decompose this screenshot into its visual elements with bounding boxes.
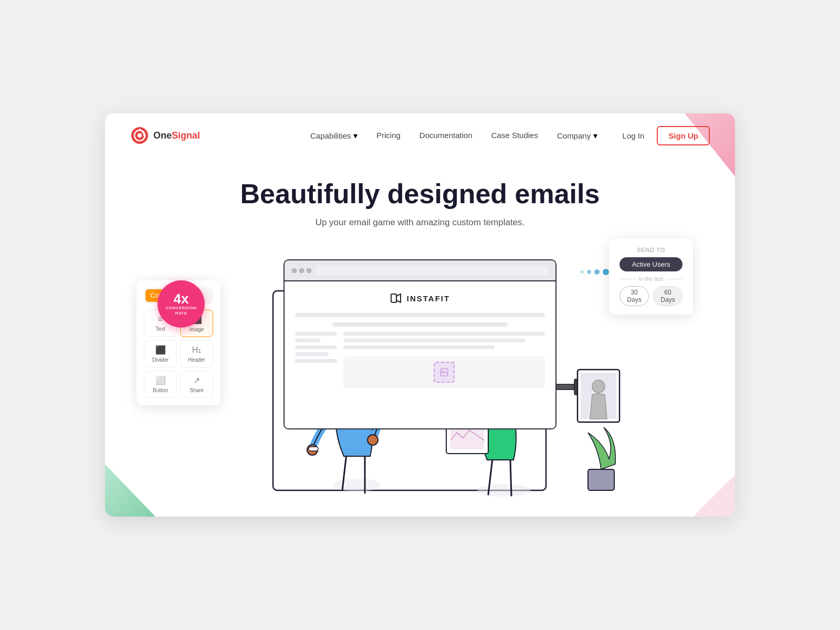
content-line-2 [343,339,525,342]
send-to-label: SEND TO [620,247,682,253]
sidebar-line-2 [295,339,320,342]
browser-dot-1 [292,268,297,273]
active-users-badge: Active Users [620,257,682,271]
nav-links: Capabilities ▾ Pricing Documentation Cas… [310,131,597,141]
svg-rect-12 [309,447,318,451]
conversion-text: CONVERSIONRATE [166,306,197,317]
editor-item-button[interactable]: ⬜ Button [144,371,177,398]
svg-point-30 [592,380,605,393]
sidebar-line-3 [295,345,337,349]
browser-url-bar [317,266,548,275]
logo-icon [130,126,149,145]
nav-item-documentation[interactable]: Documentation [419,131,472,140]
browser-content-line-1 [295,313,545,317]
content-line-1 [343,332,545,335]
illustration-area: SEND TO Active Users in the last 30 Days… [105,238,735,517]
browser-bar [285,260,555,281]
nav-item-case-studies[interactable]: Case Studies [491,131,538,140]
logo[interactable]: OneSignal [130,126,200,145]
in-the-last-text: in the last [620,276,682,282]
login-button[interactable]: Log In [623,131,645,140]
hero-subheadline: Up your email game with amazing custom t… [130,217,710,228]
instafit-icon [390,292,403,304]
nav-item-pricing[interactable]: Pricing [376,131,401,140]
navigation: OneSignal Capabilities ▾ Pricing Documen… [105,113,735,158]
browser-sidebar [295,332,337,388]
nav-right: Log In Sign Up [623,126,710,145]
browser-dot-3 [307,268,311,273]
browser-image-placeholder [343,356,545,388]
svg-rect-27 [588,469,614,490]
browser-dots [292,268,311,273]
page-wrapper: OneSignal Capabilities ▾ Pricing Documen… [105,113,735,517]
button-icon: ⬜ [155,375,166,385]
nav-item-company[interactable]: Company ▾ [557,131,597,141]
dot-3 [594,269,600,275]
browser-site-logo: INSTAFIT [390,292,450,304]
logo-text: OneSignal [153,130,200,141]
sidebar-line-4 [295,352,329,356]
svg-point-2 [138,133,142,138]
instafit-logo-text: INSTAFIT [407,294,450,303]
browser-mockup: INSTAFIT [284,259,556,429]
hero-headline: Beautifully designed emails [130,179,710,209]
nav-item-capabilities[interactable]: Capabilities ▾ [310,131,358,141]
send-to-card: SEND TO Active Users in the last 30 Days… [609,238,693,314]
divider-icon: ⬛ [155,345,166,355]
days-buttons: 30 Days 60 Days [620,286,682,306]
browser-content-line-2 [332,322,507,327]
content-line-3 [343,345,495,349]
sidebar-line-1 [295,332,337,335]
dot-4 [603,269,609,275]
30-days-button[interactable]: 30 Days [620,286,649,306]
header-icon: H₁ [192,345,202,355]
share-icon: ↗ [193,375,200,385]
browser-content-body [295,332,545,388]
sidebar-line-5 [295,359,337,363]
svg-point-8 [368,435,378,445]
browser-main-content [343,332,545,388]
svg-point-15 [478,484,530,497]
signup-button[interactable]: Sign Up [657,126,710,145]
editor-item-header[interactable]: H₁ Header [180,340,213,368]
dot-1 [581,270,584,274]
svg-rect-3 [391,294,396,302]
editor-item-share[interactable]: ↗ Share [180,371,213,398]
image-placeholder-icon [440,368,448,376]
dots-connector [581,269,609,275]
browser-dot-2 [299,268,304,273]
conversion-number: 4x [174,292,189,306]
browser-content: INSTAFIT [285,281,555,428]
svg-point-7 [333,479,381,491]
60-days-button[interactable]: 60 Days [653,286,682,306]
conversion-badge: 4x CONVERSIONRATE [158,280,205,328]
dot-2 [587,270,591,274]
placeholder-icon [434,362,455,383]
hero-section: Beautifully designed emails Up your emai… [105,158,735,228]
editor-item-divider[interactable]: ⬛ Divider [144,340,177,368]
